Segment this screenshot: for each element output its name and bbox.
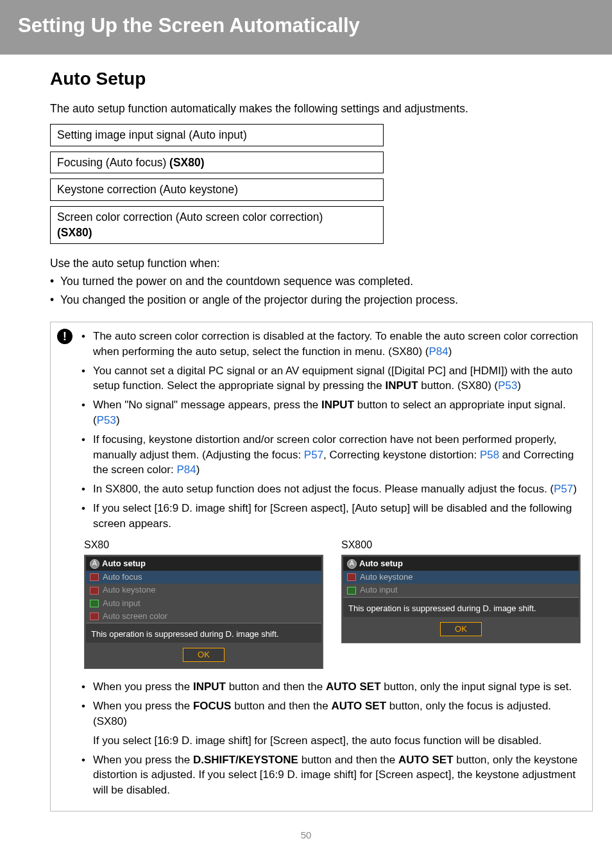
note-item: You cannot set a digital PC signal or an… [81, 363, 581, 394]
osd-message: This operation is suppressed during D. i… [86, 623, 321, 643]
osd-dialog: A Auto setup Auto keystone Auto input Th… [341, 555, 581, 643]
osd-title-text: Auto setup [359, 558, 403, 569]
note-text: button. (SX80) ( [418, 379, 498, 392]
screenshots-row: SX80 A Auto setup Auto focus Auto keysto… [84, 538, 581, 670]
page-link[interactable]: P58 [480, 449, 499, 461]
intro-paragraph: The auto setup function automatically ma… [50, 101, 593, 117]
osd-item-label: Auto keystone [360, 571, 412, 583]
osd-ok-button[interactable]: OK [183, 648, 225, 662]
note-text: button and then the [231, 700, 331, 712]
note-item: If you select [16:9 D. image shift] for … [81, 501, 581, 532]
screen-sx800: SX800 A Auto setup Auto keystone Auto in… [341, 538, 581, 670]
alert-icon: ! [57, 329, 72, 344]
osd-ok-wrap: OK [86, 643, 321, 667]
note-list-lower: When you press the INPUT button and then… [81, 679, 581, 798]
setting-box-screen-color: Screen color correction (Auto screen col… [50, 206, 384, 244]
note-item: When you press the FOCUS button and then… [81, 699, 581, 729]
screen-label: SX80 [84, 538, 323, 552]
page-number: 50 [19, 828, 593, 842]
input-icon [347, 587, 356, 595]
section-title: Auto Setup [50, 66, 593, 91]
lead-text: Use the auto setup function when: [50, 256, 593, 272]
setting-box-auto-keystone: Keystone correction (Auto keystone) [50, 178, 384, 201]
keystone-icon [90, 587, 99, 595]
osd-item-label: Auto input [103, 598, 140, 609]
setting-box-auto-focus: Focusing (Auto focus) (SX80) [50, 152, 384, 174]
osd-item: Auto screen color [86, 610, 321, 623]
button-name: INPUT [193, 681, 226, 693]
note-item: When "No signal" message appears, press … [81, 397, 581, 428]
page-link[interactable]: P84 [429, 345, 448, 358]
box-line1: Screen color correction (Auto screen col… [57, 209, 377, 225]
page-link[interactable]: P57 [304, 449, 323, 461]
osd-ok-button[interactable]: OK [440, 622, 482, 636]
note-text: , Correcting keystone distortion: [323, 449, 480, 461]
osd-item-label: Auto keystone [103, 584, 155, 596]
keystone-icon [347, 573, 356, 581]
model-tag: (SX80) [169, 156, 204, 169]
input-icon [90, 600, 99, 607]
osd-message: This operation is suppressed during D. i… [343, 597, 579, 617]
note-text: button, only the input signal type is se… [381, 681, 572, 693]
list-item: You turned the power on and the countdow… [50, 273, 593, 290]
when-to-use-list: You turned the power on and the countdow… [50, 273, 593, 308]
note-text: When you press the [93, 754, 193, 766]
note-text: When you press the [93, 681, 193, 693]
note-item: In SX800, the auto setup function does n… [81, 482, 581, 497]
note-text: ) [196, 464, 200, 476]
focus-icon [90, 573, 99, 581]
button-name: INPUT [321, 399, 354, 411]
note-item: If focusing, keystone distortion and/or … [81, 432, 581, 478]
badge-a-icon: A [90, 559, 99, 569]
note-list: The auto screen color correction is disa… [81, 329, 581, 532]
page-header: Setting Up the Screen Automatically [0, 0, 612, 55]
setting-box-auto-input: Setting image input signal (Auto input) [50, 124, 384, 146]
button-name: AUTO SET [331, 700, 386, 712]
note-continuation: If you select [16:9 D. image shift] for … [81, 733, 581, 749]
osd-item-label: Auto screen color [103, 611, 167, 622]
screen-color-icon [90, 612, 99, 620]
note-text: button and then the [298, 754, 398, 766]
note-text: button and then the [226, 681, 326, 693]
osd-item: Auto keystone [343, 571, 579, 584]
box-text: Focusing (Auto focus) [57, 156, 169, 169]
page-link[interactable]: P84 [176, 464, 196, 476]
osd-item: Auto keystone [86, 584, 321, 596]
button-name: AUTO SET [326, 681, 381, 693]
screen-sx80: SX80 A Auto setup Auto focus Auto keysto… [84, 538, 323, 670]
osd-item: Auto input [86, 597, 321, 610]
note-item: The auto screen color correction is disa… [81, 329, 581, 360]
button-name: AUTO SET [398, 754, 454, 766]
note-text: ) [573, 483, 577, 495]
osd-title: A Auto setup [343, 557, 579, 571]
screen-label: SX800 [341, 538, 581, 552]
button-name: INPUT [386, 379, 418, 392]
osd-item-label: Auto input [360, 584, 398, 596]
button-name: D.SHIFT/KEYSTONE [193, 754, 298, 766]
note-item: When you press the INPUT button and then… [81, 679, 581, 695]
list-item: You changed the position or angle of the… [50, 292, 593, 308]
note-text: When "No signal" message appears, press … [93, 399, 321, 411]
osd-title: A Auto setup [86, 557, 321, 571]
osd-title-text: Auto setup [102, 558, 146, 569]
note-text: ) [448, 345, 452, 358]
osd-item-label: Auto focus [103, 571, 142, 583]
box-line2-model: (SX80) [57, 225, 377, 241]
osd-item: Auto input [343, 584, 579, 596]
note-item: When you press the D.SHIFT/KEYSTONE butt… [81, 752, 581, 798]
page-link[interactable]: P57 [554, 483, 573, 495]
note-text: The auto screen color correction is disa… [93, 330, 578, 358]
note-text: ) [518, 379, 522, 392]
osd-ok-wrap: OK [343, 617, 579, 641]
page-link[interactable]: P53 [97, 414, 116, 426]
page-link[interactable]: P53 [498, 379, 517, 392]
note-text: When you press the [93, 700, 193, 712]
button-name: FOCUS [193, 700, 232, 712]
osd-item: Auto focus [86, 571, 321, 584]
osd-dialog: A Auto setup Auto focus Auto keystone Au… [84, 555, 323, 669]
content: Auto Setup The auto setup function autom… [0, 66, 612, 867]
note-text: In SX800, the auto setup function does n… [93, 483, 554, 495]
note-block: ! The auto screen color correction is di… [50, 322, 593, 812]
badge-a-icon: A [347, 559, 357, 569]
note-text: ) [116, 414, 120, 426]
